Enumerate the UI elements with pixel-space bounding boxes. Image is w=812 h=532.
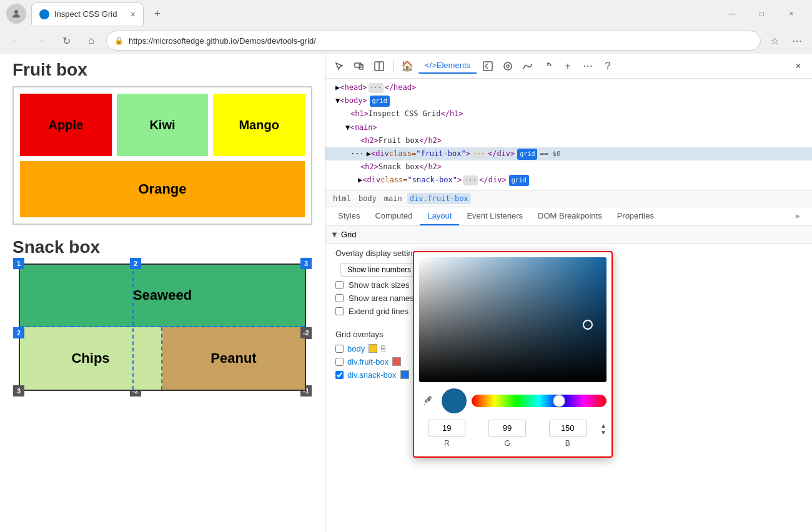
r-value-input[interactable]: [428, 420, 465, 437]
show-area-names-checkbox[interactable]: [335, 294, 344, 302]
help-icon[interactable]: ?: [599, 57, 616, 75]
dom-main-line[interactable]: ▼ <main>: [325, 121, 812, 134]
grid-corner-1: 1: [13, 258, 24, 269]
minimize-button[interactable]: —: [717, 4, 746, 24]
fruit-box: Apple Kiwi Mango Orange: [12, 86, 312, 225]
show-track-sizes-checkbox[interactable]: [335, 281, 344, 289]
dom-div-fruit-line[interactable]: ··· ▶ <div class= "fruit-box" > ··· </di…: [325, 147, 812, 160]
address-bar-row: ← → ↻ ⌂ 🔒 https://microsoftedge.github.i…: [0, 27, 812, 54]
breadcrumb-main[interactable]: main: [382, 193, 405, 204]
styles-tab[interactable]: Styles: [330, 207, 367, 225]
svg-rect-1: [355, 63, 361, 67]
devtools-close-icon[interactable]: ×: [790, 57, 807, 75]
new-tab-button[interactable]: +: [149, 5, 166, 22]
rgb-format-toggle[interactable]: ▲ ▼: [600, 420, 607, 448]
fruit-box-overlay-checkbox[interactable]: [335, 358, 344, 366]
color-picker-bottom: [419, 388, 607, 413]
peanut-item: Peanut: [162, 327, 305, 390]
grid-panel: ▼ Grid Overlay display settings Show lin…: [325, 226, 812, 533]
forward-button[interactable]: →: [31, 31, 51, 51]
computed-tab[interactable]: Computed: [367, 207, 420, 225]
body-overlay-checkbox[interactable]: [335, 345, 344, 353]
back-button[interactable]: ←: [6, 31, 26, 51]
home-button[interactable]: ⌂: [81, 31, 101, 51]
g-value-input[interactable]: [488, 420, 526, 437]
grid-section-header[interactable]: ▼ Grid: [325, 226, 812, 244]
orange-item: Orange: [20, 161, 305, 217]
fruit-box-color-swatch[interactable]: [392, 357, 401, 366]
main-area: Fruit box Apple Kiwi Mango Orange Snack …: [0, 54, 812, 532]
eyedropper-button[interactable]: [419, 392, 437, 410]
split-view-icon[interactable]: [370, 57, 388, 75]
more-tools-icon[interactable]: ⋯: [579, 57, 597, 75]
console-icon[interactable]: [479, 57, 497, 75]
styles-tabs: Styles Computed Layout Event Listeners D…: [325, 207, 812, 226]
hue-slider-handle[interactable]: [553, 395, 565, 407]
home-icon[interactable]: 🏠: [399, 57, 416, 75]
grid-row-2: 2: [13, 327, 24, 338]
breadcrumb-body[interactable]: body: [356, 193, 379, 204]
chips-item: Chips: [20, 327, 162, 390]
grid-row-neg2: -2: [300, 327, 312, 338]
page-content: Fruit box Apple Kiwi Mango Orange Snack …: [0, 54, 325, 532]
inspect-element-icon[interactable]: [330, 57, 348, 75]
dom-breakpoints-tab[interactable]: DOM Breakpoints: [530, 207, 610, 225]
dom-h2-snack-line[interactable]: <h2> Snack box </h2>: [325, 160, 812, 174]
svg-point-9: [507, 65, 509, 67]
network-icon[interactable]: [519, 57, 537, 75]
sources-icon[interactable]: [499, 57, 517, 75]
devtools-panel: 🏠 </> Elements + ⋯ ? × ▶: [325, 54, 812, 532]
dom-tree: ▶ <head> ··· </head> ▼ <body> grid <h1> …: [325, 79, 812, 190]
active-tab[interactable]: Inspect CSS Grid ×: [31, 2, 144, 25]
dom-body-line[interactable]: ▼ <body> grid: [325, 94, 812, 107]
properties-tab[interactable]: Properties: [610, 207, 661, 225]
dom-head-line[interactable]: ▶ <head> ··· </head>: [325, 81, 812, 94]
dom-h2-fruit-line[interactable]: <h2> Fruit box </h2>: [325, 134, 812, 147]
favorites-button[interactable]: ☆: [766, 32, 783, 49]
color-picker-handle[interactable]: [583, 320, 593, 330]
snack-box-outer: 1 2 3 1 -3 -3 -2 -1 Seaweed Chips Peanut: [19, 264, 306, 391]
body-copy-icon[interactable]: ⎘: [381, 344, 385, 353]
layout-tab[interactable]: Layout: [420, 207, 459, 225]
fruit-grid: Apple Kiwi Mango: [20, 94, 305, 156]
lock-icon: 🔒: [114, 36, 124, 45]
dom-div-snack-line[interactable]: ▶ <div class= "snack-box" > ··· </div> g…: [325, 174, 812, 187]
elements-tab[interactable]: </> Elements: [418, 58, 477, 74]
url-text: https://microsoftedge.github.io/Demos/de…: [129, 36, 753, 46]
extend-grid-lines-checkbox[interactable]: [335, 307, 344, 315]
r-input-group: R: [419, 420, 475, 448]
svg-point-8: [504, 62, 512, 70]
show-track-sizes-label: Show track sizes: [349, 280, 410, 290]
add-icon[interactable]: +: [559, 57, 577, 75]
performance-icon[interactable]: [539, 57, 557, 75]
svg-line-6: [485, 66, 488, 69]
reload-button[interactable]: ↻: [56, 31, 76, 51]
grid-section-label: Grid: [341, 230, 357, 239]
b-value-input[interactable]: [549, 420, 587, 437]
body-color-swatch[interactable]: [369, 344, 377, 353]
more-button[interactable]: ⋯: [788, 32, 806, 49]
more-panels-button[interactable]: »: [788, 207, 807, 225]
rgb-inputs: R G B ▲ ▼: [419, 420, 607, 448]
tab-bar: Inspect CSS Grid × +: [31, 2, 717, 25]
tab-favicon: [39, 9, 49, 19]
dom-h1-line[interactable]: <h1> Inspect CSS Grid </h1>: [325, 107, 812, 121]
b-input-group: B: [540, 420, 595, 448]
event-listeners-tab[interactable]: Event Listeners: [459, 207, 530, 225]
snack-grid: Seaweed Chips Peanut: [20, 265, 305, 390]
tab-title: Inspect CSS Grid: [54, 9, 126, 19]
grid-triangle-icon: ▼: [330, 230, 339, 239]
color-gradient-area[interactable]: [419, 257, 607, 382]
breadcrumb-html[interactable]: html: [330, 193, 354, 204]
breadcrumb-div-fruit[interactable]: div.fruit-box: [407, 193, 471, 204]
snack-box-overlay-checkbox[interactable]: [335, 371, 344, 379]
grid-bot-3: 3: [13, 385, 24, 397]
snack-box-color-swatch[interactable]: [400, 370, 409, 379]
close-button[interactable]: ×: [777, 4, 806, 24]
address-bar[interactable]: 🔒 https://microsoftedge.github.io/Demos/…: [106, 31, 761, 51]
device-toggle-icon[interactable]: [350, 57, 368, 75]
hue-slider[interactable]: [472, 395, 607, 407]
tab-close-button[interactable]: ×: [131, 9, 136, 19]
maximize-button[interactable]: □: [747, 4, 776, 24]
kiwi-item: Kiwi: [117, 94, 209, 156]
